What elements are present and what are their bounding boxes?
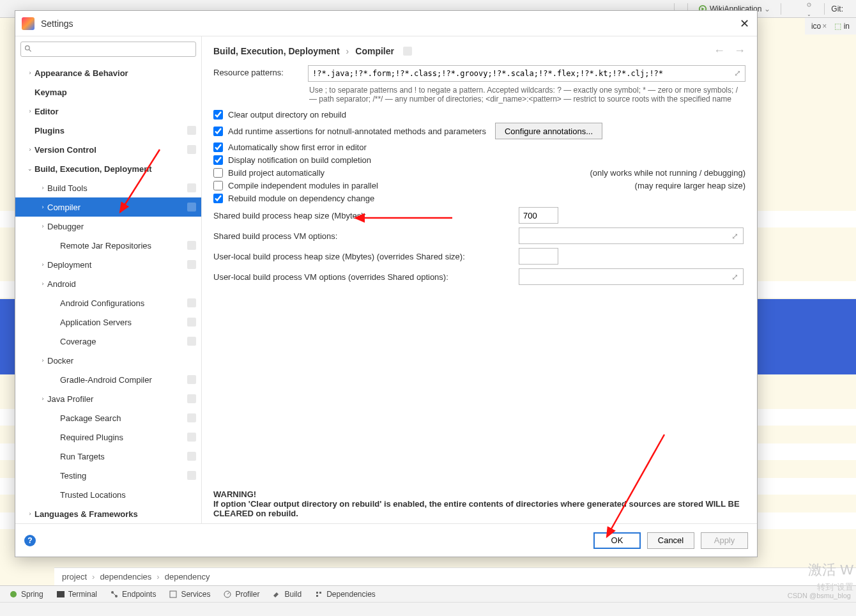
svg-line-12 bbox=[112, 592, 116, 596]
toolwindow-profiler[interactable]: Profiler bbox=[223, 590, 259, 599]
tree-item-label: Build Tools bbox=[47, 183, 187, 193]
shared-heap-label: Shared build process heap size (Mbytes): bbox=[213, 211, 519, 220]
ok-button[interactable]: OK bbox=[593, 532, 641, 549]
expand-icon[interactable]: ⤢ bbox=[734, 68, 743, 77]
tree-item-android-configurations[interactable]: Android Configurations bbox=[15, 293, 201, 312]
resource-patterns-input[interactable] bbox=[308, 65, 745, 82]
tree-item-editor[interactable]: ›Editor bbox=[15, 102, 201, 121]
profiler-icon[interactable]: ⌄ bbox=[807, 0, 811, 18]
tab-ico[interactable]: ico× bbox=[811, 22, 827, 31]
tree-item-label: Appearance & Behavior bbox=[34, 68, 196, 78]
nav-back-icon[interactable]: ← bbox=[714, 44, 725, 58]
toolwindow-build[interactable]: Build bbox=[272, 590, 302, 599]
toolwindow-services[interactable]: Services bbox=[169, 590, 210, 599]
expand-icon[interactable]: ⤢ bbox=[731, 272, 740, 281]
settings-sidebar: ›Appearance & BehaviorKeymap›EditorPlugi… bbox=[15, 36, 202, 523]
chk-show-first-error[interactable] bbox=[213, 142, 223, 152]
project-scope-icon bbox=[187, 126, 196, 135]
tree-item-label: Testing bbox=[60, 471, 187, 481]
editor-breadcrumb: project›dependencies›dependency bbox=[54, 567, 856, 585]
tree-item-label: Languages & Frameworks bbox=[34, 509, 196, 519]
settings-dialog: Settings ✕ ›Appearance & BehaviorKeymap›… bbox=[15, 10, 758, 557]
project-scope-icon bbox=[187, 145, 196, 154]
chk-rebuild-dependency[interactable] bbox=[213, 194, 223, 203]
project-scope-icon bbox=[187, 241, 196, 250]
tree-item-keymap[interactable]: Keymap bbox=[15, 82, 201, 102]
tool-window-bar: SpringTerminalEndpointsServicesProfilerB… bbox=[0, 585, 856, 602]
apply-button[interactable]: Apply bbox=[701, 532, 748, 549]
tree-item-coverage[interactable]: Coverage bbox=[15, 332, 201, 351]
search-icon bbox=[24, 45, 33, 53]
toolwindow-terminal[interactable]: Terminal bbox=[56, 590, 97, 599]
project-scope-icon bbox=[187, 298, 196, 307]
project-scope-icon bbox=[187, 471, 196, 480]
toolwindow-spring[interactable]: Spring bbox=[9, 590, 43, 599]
tree-item-label: Deployment bbox=[47, 260, 187, 270]
tree-item-build-tools[interactable]: ›Build Tools bbox=[15, 178, 201, 197]
toolwindow-dependencies[interactable]: Dependencies bbox=[314, 590, 376, 599]
tree-item-label: Keymap bbox=[34, 88, 196, 97]
warning-text: WARNING! If option 'Clear output directo… bbox=[202, 489, 757, 523]
chk-build-notification[interactable] bbox=[213, 155, 223, 165]
tree-item-required-plugins[interactable]: Required Plugins bbox=[15, 427, 201, 447]
tree-item-version-control[interactable]: ›Version Control bbox=[15, 140, 201, 159]
tree-item-label: Run Targets bbox=[60, 452, 187, 461]
tree-item-label: Docker bbox=[47, 356, 196, 366]
tree-item-label: Version Control bbox=[34, 145, 187, 155]
user-vm-input[interactable]: ⤢ bbox=[519, 268, 744, 285]
tree-item-package-search[interactable]: Package Search bbox=[15, 408, 201, 427]
tree-item-gradle-android-compiler[interactable]: Gradle-Android Compiler bbox=[15, 370, 201, 389]
tree-item-deployment[interactable]: ›Deployment bbox=[15, 255, 201, 274]
tree-item-debugger[interactable]: ›Debugger bbox=[15, 217, 201, 236]
tree-item-run-targets[interactable]: Run Targets bbox=[15, 447, 201, 466]
tree-item-label: Gradle-Android Compiler bbox=[60, 375, 187, 385]
svg-rect-9 bbox=[57, 591, 65, 597]
tree-item-label: Editor bbox=[34, 107, 196, 116]
close-icon[interactable]: ✕ bbox=[738, 17, 751, 31]
tree-item-build-execution-deployment[interactable]: ⌄Build, Execution, Deployment bbox=[15, 159, 201, 178]
expand-icon[interactable]: ⤢ bbox=[731, 231, 740, 240]
tree-item-trusted-locations[interactable]: Trusted Locations bbox=[15, 485, 201, 504]
dialog-titlebar: Settings ✕ bbox=[15, 11, 757, 36]
tree-item-java-profiler[interactable]: ›Java Profiler bbox=[15, 389, 201, 408]
help-icon[interactable]: ? bbox=[24, 535, 36, 546]
nav-forward-icon[interactable]: → bbox=[734, 44, 745, 58]
tree-item-application-servers[interactable]: Application Servers bbox=[15, 312, 201, 332]
tree-item-label: Remote Jar Repositories bbox=[60, 241, 187, 250]
chk-runtime-assert[interactable] bbox=[213, 127, 223, 136]
project-scope-icon bbox=[187, 375, 196, 384]
chk-clear-output[interactable] bbox=[213, 110, 223, 119]
shared-heap-input[interactable] bbox=[519, 207, 558, 224]
tree-item-remote-jar-repositories[interactable]: Remote Jar Repositories bbox=[15, 236, 201, 255]
tree-item-docker[interactable]: ›Docker bbox=[15, 351, 201, 370]
tree-item-compiler[interactable]: ›Compiler bbox=[15, 197, 201, 217]
svg-rect-16 bbox=[316, 592, 318, 594]
tree-item-label: Java Profiler bbox=[47, 394, 187, 404]
tree-item-label: Package Search bbox=[60, 413, 187, 423]
tree-item-testing[interactable]: Testing bbox=[15, 466, 201, 485]
project-scope-icon bbox=[187, 183, 196, 192]
svg-line-15 bbox=[227, 592, 229, 594]
chk-build-automatically[interactable] bbox=[213, 168, 223, 178]
git-label: Git: bbox=[831, 4, 843, 13]
project-scope-icon bbox=[187, 337, 196, 346]
chk-compile-parallel[interactable] bbox=[213, 181, 223, 190]
tab-in[interactable]: ⬚ in bbox=[834, 22, 850, 31]
project-scope-icon bbox=[187, 260, 196, 269]
tree-item-appearance-behavior[interactable]: ›Appearance & Behavior bbox=[15, 63, 201, 82]
tree-item-languages-frameworks[interactable]: ›Languages & Frameworks bbox=[15, 504, 201, 523]
tree-item-plugins[interactable]: Plugins bbox=[15, 121, 201, 140]
svg-line-7 bbox=[29, 49, 31, 51]
settings-tree: ›Appearance & BehaviorKeymap›EditorPlugi… bbox=[15, 62, 201, 523]
tree-item-label: Compiler bbox=[47, 203, 187, 212]
toolwindow-endpoints[interactable]: Endpoints bbox=[110, 590, 156, 599]
search-input[interactable] bbox=[20, 42, 196, 57]
user-heap-input[interactable] bbox=[519, 248, 558, 265]
configure-annotations-button[interactable]: Configure annotations... bbox=[495, 123, 602, 139]
tree-item-android[interactable]: ›Android bbox=[15, 274, 201, 293]
resource-patterns-help: Use ; to separate patterns and ! to nega… bbox=[309, 86, 745, 104]
shared-vm-input[interactable]: ⤢ bbox=[519, 227, 744, 244]
cancel-button[interactable]: Cancel bbox=[647, 532, 694, 549]
project-scope-icon bbox=[187, 452, 196, 461]
shared-vm-label: Shared build process VM options: bbox=[213, 231, 519, 241]
